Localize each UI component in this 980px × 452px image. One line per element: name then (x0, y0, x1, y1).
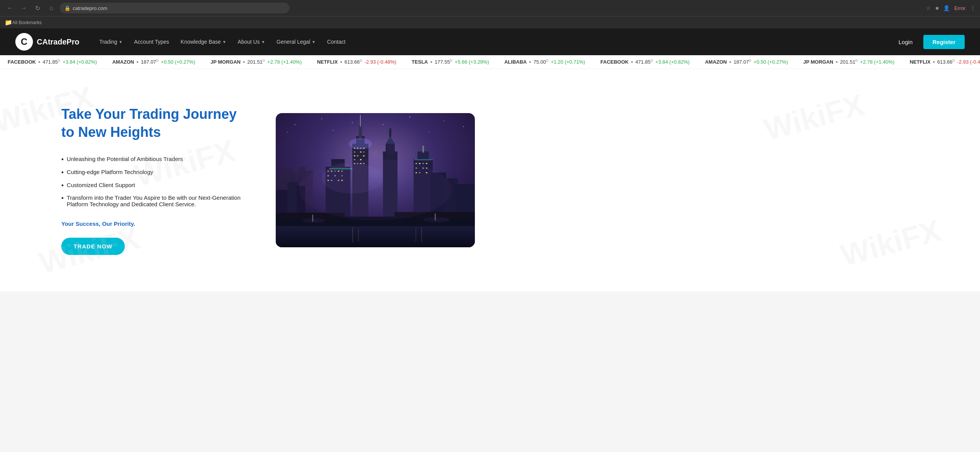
logo-icon: C (15, 33, 33, 51)
nav-about-us-label: About Us (238, 39, 260, 45)
error-text: Error (954, 5, 965, 11)
nav-about-us[interactable]: About Us ▼ (233, 36, 270, 48)
lock-icon: 🔒 (64, 5, 70, 11)
svg-rect-27 (389, 128, 391, 137)
svg-rect-78 (358, 228, 359, 242)
svg-rect-22 (359, 125, 362, 140)
bullet-2-text: Cutting-edge Platform Technology (67, 169, 153, 175)
reload-button[interactable]: ↻ (32, 3, 43, 13)
address-bar[interactable]: 🔒 catradepro.com (60, 3, 290, 13)
browser-chrome: ← → ↻ ⌂ 🔒 catradepro.com ☆ ■ 👤 Error ⋮ (0, 0, 980, 16)
main-nav: Trading ▼ Account Types Knowledge Base ▼… (95, 36, 877, 48)
svg-point-88 (322, 163, 383, 194)
ticker-tape: FACEBOOK • 471.85D +3.84 (+0.82%) AMAZON… (0, 55, 980, 69)
svg-point-83 (303, 218, 326, 223)
logo-area[interactable]: C CAtradePro (15, 33, 79, 51)
svg-rect-45 (363, 155, 365, 156)
svg-rect-54 (422, 163, 424, 164)
bullet-1-text: Unleashing the Potential of Ambitious Tr… (67, 156, 183, 162)
svg-rect-46 (354, 159, 355, 160)
svg-point-85 (423, 217, 450, 222)
svg-point-11 (429, 132, 429, 133)
hero-title: Take Your Trading Journey to New Heights (61, 105, 253, 141)
nav-contact[interactable]: Contact (322, 36, 350, 48)
nav-contact-label: Contact (327, 39, 345, 45)
hero-tagline: Your Success, Our Priority. (61, 220, 253, 227)
svg-rect-86 (435, 214, 436, 220)
bullet-3-text: Customized Client Support (67, 182, 135, 188)
home-button[interactable]: ⌂ (46, 3, 57, 13)
nav-knowledge-base[interactable]: Knowledge Base ▼ (176, 36, 231, 48)
svg-rect-84 (312, 215, 313, 222)
url-text: catradepro.com (73, 5, 107, 11)
svg-rect-25 (386, 144, 395, 153)
bookmarks-folder-icon: 📁 (5, 19, 12, 26)
svg-rect-55 (426, 163, 427, 164)
bullet-2: • Cutting-edge Platform Technology (61, 166, 253, 179)
svg-rect-53 (419, 163, 420, 164)
wikifx-watermark-5: WikiFX (837, 213, 945, 273)
svg-rect-43 (354, 155, 355, 156)
wikifx-watermark-4: WikiFX (761, 87, 868, 148)
site-header: C CAtradePro Trading ▼ Account Types Kno… (0, 28, 980, 55)
ticker-item-facebook: FACEBOOK • 471.85D +3.84 (+0.82%) (0, 59, 105, 66)
ticker-item-alibaba: ALIBABA • 75.00D +1.20 (+0.71%) (497, 59, 593, 66)
svg-rect-90 (414, 159, 433, 160)
nav-general-legal[interactable]: General Legal ▼ (272, 36, 320, 48)
ticker-item-netflix-2: NETFLIX • 613.66D -2.93 (-0.48%) (902, 59, 980, 66)
back-button[interactable]: ← (5, 3, 15, 13)
nav-trading[interactable]: Trading ▼ (95, 36, 127, 48)
svg-point-4 (352, 122, 353, 123)
ticker-item-jpmorgan-2: JP MORGAN • 201.51D +2.78 (+1.40%) (795, 59, 902, 66)
ticker-item-amazon-2: AMAZON • 187.07D +0.50 (+0.27%) (697, 59, 796, 66)
browser-right-icons: ☆ ■ 👤 Error ⋮ (926, 5, 975, 11)
ticker-item-amazon: AMAZON • 187.07D +0.50 (+0.27%) (105, 59, 203, 66)
svg-rect-80 (421, 227, 422, 243)
chevron-down-icon-4: ▼ (312, 40, 316, 44)
svg-point-3 (321, 118, 322, 119)
ticker-item-netflix: NETFLIX • 613.66D -2.93 (-0.48%) (309, 59, 404, 66)
register-button[interactable]: Register (923, 35, 965, 49)
chevron-down-icon: ▼ (119, 40, 123, 44)
bookmark-star-icon[interactable]: ☆ (926, 5, 931, 11)
nav-account-types-label: Account Types (134, 39, 169, 45)
header-actions: Login Register (892, 35, 965, 49)
svg-point-6 (444, 120, 445, 121)
nav-account-types[interactable]: Account Types (129, 36, 174, 48)
svg-rect-89 (329, 168, 352, 169)
bullet-1: • Unleashing the Potential of Ambitious … (61, 153, 253, 166)
ticker-item-tesla: TESLA • 177.55D +5.66 (+3.29%) (404, 59, 497, 66)
svg-rect-32 (422, 146, 424, 153)
ticker-item-facebook-2: FACEBOOK • 471.85D +3.84 (+0.82%) (593, 59, 697, 66)
svg-rect-76 (276, 226, 475, 247)
svg-rect-42 (363, 151, 365, 153)
bookmarks-bar: 📁 All Bookmarks (0, 16, 980, 28)
svg-point-7 (463, 126, 464, 127)
svg-point-8 (287, 132, 288, 133)
chevron-down-icon-2: ▼ (223, 40, 226, 44)
extensions-icon[interactable]: ■ (936, 5, 939, 11)
svg-rect-41 (360, 151, 362, 153)
svg-rect-44 (357, 155, 358, 156)
svg-point-10 (383, 124, 383, 125)
bullet-4-text: Transform into the Trader You Aspire to … (67, 194, 253, 207)
menu-icon[interactable]: ⋮ (970, 5, 975, 11)
hero-bullets: • Unleashing the Potential of Ambitious … (61, 153, 253, 210)
chevron-down-icon-3: ▼ (261, 40, 265, 44)
nav-knowledge-base-label: Knowledge Base (181, 39, 221, 45)
bookmarks-label: All Bookmarks (12, 20, 42, 25)
hero-image (276, 113, 475, 247)
svg-point-9 (333, 130, 334, 131)
svg-rect-40 (354, 151, 355, 153)
nav-general-legal-label: General Legal (276, 39, 310, 45)
forward-button[interactable]: → (18, 3, 29, 13)
svg-rect-23 (360, 115, 361, 127)
profile-icon[interactable]: 👤 (943, 5, 950, 11)
login-button[interactable]: Login (892, 36, 919, 48)
svg-rect-77 (352, 227, 353, 243)
hero-section: WikiFX WikiFX WikiFX WikiFX WikiFX Take … (0, 69, 980, 291)
ticker-item-jpmorgan: JP MORGAN • 201.51D +2.78 (+1.40%) (203, 59, 309, 66)
nav-trading-label: Trading (99, 39, 117, 45)
logo-text: CAtradePro (37, 38, 79, 46)
trade-now-button[interactable]: TRADE NOW (61, 238, 125, 255)
